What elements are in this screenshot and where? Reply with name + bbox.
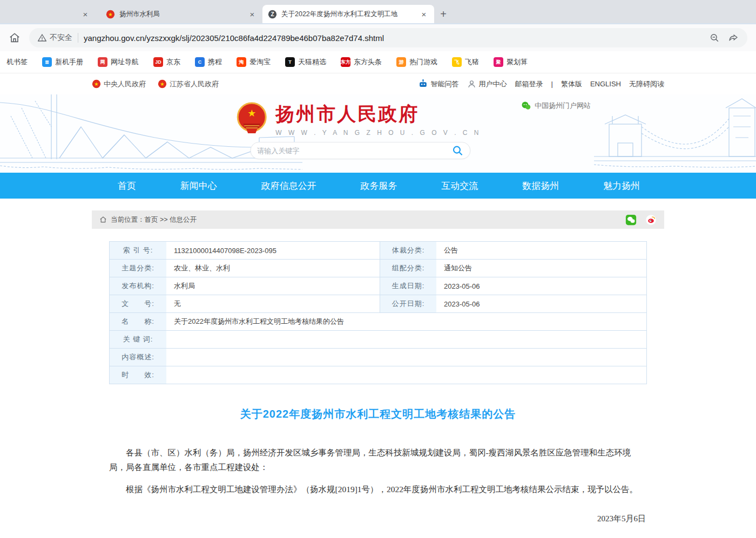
- topbar-link[interactable]: 无障碍阅读: [629, 79, 664, 89]
- bookmark-item[interactable]: 网 网址导航: [98, 57, 139, 67]
- bookmark-favicon-icon: ≣: [42, 57, 52, 67]
- link-jiangsu-gov[interactable]: ★ 江苏省人民政府: [158, 79, 219, 89]
- bookmark-item[interactable]: 游 热门游戏: [396, 57, 437, 67]
- nav-item[interactable]: 互动交流: [441, 180, 478, 192]
- breadcrumb-text[interactable]: 当前位置：首页 >> 信息公开: [111, 215, 197, 224]
- meta-value: 通知公告: [436, 260, 646, 277]
- meta-label: 公开日期:: [380, 295, 436, 312]
- bookmark-label: 天猫精选: [298, 57, 326, 67]
- wechat-share-icon[interactable]: [625, 214, 637, 226]
- nav-item[interactable]: 政务服务: [360, 180, 397, 192]
- share-icon[interactable]: [728, 33, 739, 43]
- browser-tab-bar: × ★ 扬州市水利局 × Z 关于2022年度扬州市水利工程文明工地 × +: [0, 0, 756, 24]
- meta-label: 关 键 词:: [110, 331, 166, 348]
- gov-emblem-icon: ★: [92, 79, 101, 88]
- bookmark-item[interactable]: ≣ 新机手册: [42, 57, 83, 67]
- tab-partial[interactable]: ×: [70, 5, 100, 23]
- portal-link[interactable]: 中国扬州门户网站: [521, 101, 591, 111]
- article-date: 2023年5月6日: [109, 514, 647, 524]
- table-row: 索 引 号: 11321000014407098E-2023-095 体裁分类:…: [110, 242, 646, 260]
- meta-label: 时 效:: [110, 366, 166, 384]
- robot-icon: [418, 79, 428, 89]
- address-bar[interactable]: 不安全 yangzhou.gov.cn/yzszxxgk/slj/202305/…: [29, 28, 747, 47]
- meta-label: 内容概述:: [110, 349, 166, 366]
- meta-label: 主题分类:: [110, 260, 166, 277]
- bookmark-label: 聚划算: [507, 57, 528, 67]
- divider: [78, 33, 78, 43]
- bookmark-favicon-icon: 游: [396, 57, 406, 67]
- smart-qa-link[interactable]: 智能问答: [418, 79, 459, 89]
- browser-toolbar: 不安全 yangzhou.gov.cn/yzszxxgk/slj/202305/…: [0, 24, 756, 51]
- topbar-link[interactable]: ENGLISH: [590, 80, 621, 88]
- topbar-link[interactable]: 繁体版: [561, 79, 582, 89]
- svg-text:★: ★: [108, 11, 112, 17]
- bookmark-label: 京东: [166, 57, 180, 67]
- weibo-share-icon[interactable]: [645, 214, 657, 226]
- nav-item[interactable]: 新闻中心: [180, 180, 217, 192]
- close-icon[interactable]: ×: [247, 10, 257, 19]
- bookmark-label: 爱淘宝: [249, 57, 271, 67]
- bookmark-item[interactable]: 飞 飞猪: [452, 57, 479, 67]
- nav-item[interactable]: 数据扬州: [522, 180, 559, 192]
- table-row: 文 号: 无 公开日期: 2023-05-06: [110, 295, 646, 313]
- site-logo[interactable]: ★ 扬州市人民政府 W W W . Y A N G Z H O U . G O …: [235, 101, 481, 137]
- site-title: 扬州市人民政府: [275, 101, 481, 127]
- breadcrumb: 当前位置：首页 >> 信息公开: [92, 210, 664, 229]
- bookmark-item[interactable]: JD 京东: [153, 57, 180, 67]
- topbar-link[interactable]: 邮箱登录: [515, 79, 543, 89]
- url-text[interactable]: yangzhou.gov.cn/yzszxxgk/slj/202305/210c…: [84, 33, 704, 43]
- bookmark-item[interactable]: T 天猫精选: [285, 57, 326, 67]
- table-row: 主题分类: 农业、林业、水利 组配分类: 通知公告: [110, 260, 646, 277]
- nav-item[interactable]: 首页: [118, 180, 136, 192]
- bookmark-favicon-icon: JD: [153, 57, 163, 67]
- security-status[interactable]: 不安全: [38, 33, 72, 43]
- bookmark-favicon-icon: 网: [98, 57, 107, 67]
- article-paragraph: 各县（市、区）水利（务）局，扬州经济开发区城乡事务管理局，生态科技新城规划建设局…: [109, 445, 647, 474]
- bookmark-favicon-icon: 东方: [341, 57, 350, 67]
- meta-value: 2023-05-06: [436, 277, 646, 295]
- search-icon[interactable]: [451, 145, 463, 156]
- bookmark-label: 网址导航: [111, 57, 139, 67]
- meta-value: [166, 366, 646, 384]
- close-icon[interactable]: ×: [419, 10, 429, 19]
- bookmark-item[interactable]: 淘 爱淘宝: [237, 57, 271, 67]
- topbar-link[interactable]: |: [551, 80, 553, 88]
- user-center-link[interactable]: 用户中心: [467, 79, 507, 89]
- meta-value: 公告: [436, 242, 646, 259]
- tab-title: 扬州市水利局: [119, 10, 243, 19]
- link-central-gov[interactable]: ★ 中央人民政府: [92, 79, 146, 89]
- bookmark-label: 携程: [208, 57, 222, 67]
- bookmark-item[interactable]: 聚 聚划算: [494, 57, 528, 67]
- bookmark-item[interactable]: C 携程: [195, 57, 222, 67]
- bookmark-favicon-icon: C: [195, 57, 205, 67]
- bookmark-item[interactable]: 机书签: [3, 57, 28, 67]
- table-row: 内容概述:: [110, 349, 646, 366]
- site-banner: ★ 扬州市人民政府 W W W . Y A N G Z H O U . G O …: [0, 94, 756, 173]
- bookmark-item[interactable]: 东方 东方头条: [341, 57, 382, 67]
- document-meta-table: 索 引 号: 11321000014407098E-2023-095 体裁分类:…: [109, 241, 647, 384]
- article-title: 关于2022年度扬州市水利工程文明工地考核结果的公告: [109, 407, 647, 421]
- tab-yangzhou-water-bureau[interactable]: ★ 扬州市水利局 ×: [100, 5, 262, 23]
- link-label: 用户中心: [479, 79, 507, 89]
- zoom-out-icon[interactable]: [710, 33, 720, 43]
- tab-title: 关于2022年度扬州市水利工程文明工地: [281, 10, 415, 19]
- new-tab-button[interactable]: +: [434, 5, 453, 23]
- nav-item[interactable]: 魅力扬州: [603, 180, 640, 192]
- site-favicon-icon: Z: [268, 10, 277, 19]
- article: 关于2022年度扬州市水利工程文明工地考核结果的公告 各县（市、区）水利（务）局…: [109, 407, 647, 538]
- banner-art-right: [594, 94, 756, 173]
- meta-value: 11321000014407098E-2023-095: [166, 242, 380, 259]
- site-search: [250, 142, 470, 159]
- meta-value: [166, 349, 646, 366]
- national-emblem-icon: ★: [235, 102, 268, 137]
- search-input[interactable]: [257, 147, 451, 155]
- bookmark-label: 飞猪: [465, 57, 479, 67]
- nav-item[interactable]: 政府信息公开: [261, 180, 316, 192]
- table-row: 发布机构: 水利局 生成日期: 2023-05-06: [110, 277, 646, 295]
- meta-label: 生成日期:: [380, 277, 436, 295]
- tab-active-announcement[interactable]: Z 关于2022年度扬州市水利工程文明工地 ×: [262, 5, 434, 23]
- close-icon[interactable]: ×: [83, 10, 88, 19]
- meta-label: 文 号:: [110, 295, 166, 312]
- home-icon[interactable]: [9, 32, 21, 44]
- meta-label: 体裁分类:: [380, 242, 436, 259]
